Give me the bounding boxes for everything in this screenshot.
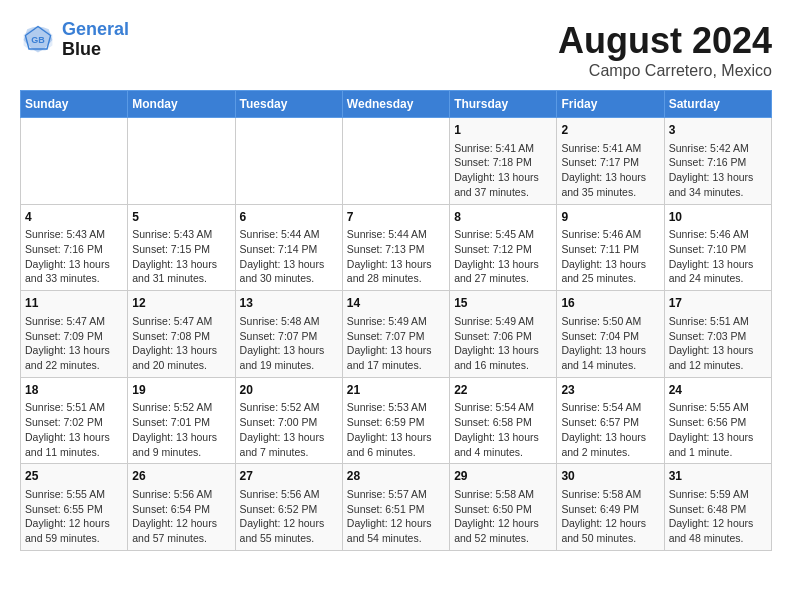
day-cell: 28Sunrise: 5:57 AM Sunset: 6:51 PM Dayli…: [342, 464, 449, 551]
day-cell: 3Sunrise: 5:42 AM Sunset: 7:16 PM Daylig…: [664, 118, 771, 205]
day-info: Sunrise: 5:46 AM Sunset: 7:11 PM Dayligh…: [561, 227, 659, 286]
week-row-4: 18Sunrise: 5:51 AM Sunset: 7:02 PM Dayli…: [21, 377, 772, 464]
day-cell: 21Sunrise: 5:53 AM Sunset: 6:59 PM Dayli…: [342, 377, 449, 464]
svg-text:GB: GB: [31, 34, 45, 44]
day-number: 30: [561, 468, 659, 485]
day-info: Sunrise: 5:47 AM Sunset: 7:08 PM Dayligh…: [132, 314, 230, 373]
column-header-thursday: Thursday: [450, 91, 557, 118]
page-subtitle: Campo Carretero, Mexico: [558, 62, 772, 80]
day-cell: 18Sunrise: 5:51 AM Sunset: 7:02 PM Dayli…: [21, 377, 128, 464]
day-cell: 25Sunrise: 5:55 AM Sunset: 6:55 PM Dayli…: [21, 464, 128, 551]
column-header-friday: Friday: [557, 91, 664, 118]
day-info: Sunrise: 5:43 AM Sunset: 7:16 PM Dayligh…: [25, 227, 123, 286]
day-cell: 11Sunrise: 5:47 AM Sunset: 7:09 PM Dayli…: [21, 291, 128, 378]
day-info: Sunrise: 5:41 AM Sunset: 7:18 PM Dayligh…: [454, 141, 552, 200]
day-number: 25: [25, 468, 123, 485]
week-row-5: 25Sunrise: 5:55 AM Sunset: 6:55 PM Dayli…: [21, 464, 772, 551]
week-row-3: 11Sunrise: 5:47 AM Sunset: 7:09 PM Dayli…: [21, 291, 772, 378]
day-cell: 27Sunrise: 5:56 AM Sunset: 6:52 PM Dayli…: [235, 464, 342, 551]
day-info: Sunrise: 5:43 AM Sunset: 7:15 PM Dayligh…: [132, 227, 230, 286]
day-info: Sunrise: 5:49 AM Sunset: 7:06 PM Dayligh…: [454, 314, 552, 373]
day-cell: 22Sunrise: 5:54 AM Sunset: 6:58 PM Dayli…: [450, 377, 557, 464]
logo-text: General Blue: [62, 20, 129, 60]
day-number: 19: [132, 382, 230, 399]
day-number: 31: [669, 468, 767, 485]
day-cell: 1Sunrise: 5:41 AM Sunset: 7:18 PM Daylig…: [450, 118, 557, 205]
column-header-sunday: Sunday: [21, 91, 128, 118]
day-cell: 30Sunrise: 5:58 AM Sunset: 6:49 PM Dayli…: [557, 464, 664, 551]
day-number: 23: [561, 382, 659, 399]
day-info: Sunrise: 5:45 AM Sunset: 7:12 PM Dayligh…: [454, 227, 552, 286]
day-info: Sunrise: 5:52 AM Sunset: 7:01 PM Dayligh…: [132, 400, 230, 459]
day-info: Sunrise: 5:55 AM Sunset: 6:56 PM Dayligh…: [669, 400, 767, 459]
day-cell: [21, 118, 128, 205]
day-cell: 5Sunrise: 5:43 AM Sunset: 7:15 PM Daylig…: [128, 204, 235, 291]
day-info: Sunrise: 5:50 AM Sunset: 7:04 PM Dayligh…: [561, 314, 659, 373]
page-header: GB General Blue August 2024 Campo Carret…: [20, 20, 772, 80]
day-number: 13: [240, 295, 338, 312]
day-info: Sunrise: 5:58 AM Sunset: 6:49 PM Dayligh…: [561, 487, 659, 546]
day-number: 7: [347, 209, 445, 226]
day-info: Sunrise: 5:46 AM Sunset: 7:10 PM Dayligh…: [669, 227, 767, 286]
day-info: Sunrise: 5:59 AM Sunset: 6:48 PM Dayligh…: [669, 487, 767, 546]
day-number: 18: [25, 382, 123, 399]
day-cell: 16Sunrise: 5:50 AM Sunset: 7:04 PM Dayli…: [557, 291, 664, 378]
day-number: 5: [132, 209, 230, 226]
day-info: Sunrise: 5:57 AM Sunset: 6:51 PM Dayligh…: [347, 487, 445, 546]
day-cell: 23Sunrise: 5:54 AM Sunset: 6:57 PM Dayli…: [557, 377, 664, 464]
day-number: 11: [25, 295, 123, 312]
day-number: 8: [454, 209, 552, 226]
day-info: Sunrise: 5:56 AM Sunset: 6:52 PM Dayligh…: [240, 487, 338, 546]
day-info: Sunrise: 5:42 AM Sunset: 7:16 PM Dayligh…: [669, 141, 767, 200]
day-number: 29: [454, 468, 552, 485]
day-info: Sunrise: 5:47 AM Sunset: 7:09 PM Dayligh…: [25, 314, 123, 373]
day-info: Sunrise: 5:58 AM Sunset: 6:50 PM Dayligh…: [454, 487, 552, 546]
day-info: Sunrise: 5:51 AM Sunset: 7:03 PM Dayligh…: [669, 314, 767, 373]
column-header-monday: Monday: [128, 91, 235, 118]
day-number: 12: [132, 295, 230, 312]
day-info: Sunrise: 5:41 AM Sunset: 7:17 PM Dayligh…: [561, 141, 659, 200]
day-cell: 15Sunrise: 5:49 AM Sunset: 7:06 PM Dayli…: [450, 291, 557, 378]
day-info: Sunrise: 5:54 AM Sunset: 6:57 PM Dayligh…: [561, 400, 659, 459]
day-info: Sunrise: 5:56 AM Sunset: 6:54 PM Dayligh…: [132, 487, 230, 546]
day-info: Sunrise: 5:53 AM Sunset: 6:59 PM Dayligh…: [347, 400, 445, 459]
day-number: 15: [454, 295, 552, 312]
day-info: Sunrise: 5:49 AM Sunset: 7:07 PM Dayligh…: [347, 314, 445, 373]
column-header-tuesday: Tuesday: [235, 91, 342, 118]
day-cell: 8Sunrise: 5:45 AM Sunset: 7:12 PM Daylig…: [450, 204, 557, 291]
logo-icon: GB: [20, 22, 56, 58]
day-cell: [128, 118, 235, 205]
week-row-1: 1Sunrise: 5:41 AM Sunset: 7:18 PM Daylig…: [21, 118, 772, 205]
day-info: Sunrise: 5:54 AM Sunset: 6:58 PM Dayligh…: [454, 400, 552, 459]
day-number: 22: [454, 382, 552, 399]
day-cell: 31Sunrise: 5:59 AM Sunset: 6:48 PM Dayli…: [664, 464, 771, 551]
day-info: Sunrise: 5:55 AM Sunset: 6:55 PM Dayligh…: [25, 487, 123, 546]
day-cell: [342, 118, 449, 205]
day-cell: 19Sunrise: 5:52 AM Sunset: 7:01 PM Dayli…: [128, 377, 235, 464]
logo: GB General Blue: [20, 20, 129, 60]
day-cell: 26Sunrise: 5:56 AM Sunset: 6:54 PM Dayli…: [128, 464, 235, 551]
day-number: 4: [25, 209, 123, 226]
day-cell: 20Sunrise: 5:52 AM Sunset: 7:00 PM Dayli…: [235, 377, 342, 464]
day-number: 14: [347, 295, 445, 312]
column-header-saturday: Saturday: [664, 91, 771, 118]
day-number: 3: [669, 122, 767, 139]
day-cell: 6Sunrise: 5:44 AM Sunset: 7:14 PM Daylig…: [235, 204, 342, 291]
page-title: August 2024: [558, 20, 772, 62]
day-number: 2: [561, 122, 659, 139]
day-cell: 24Sunrise: 5:55 AM Sunset: 6:56 PM Dayli…: [664, 377, 771, 464]
day-number: 9: [561, 209, 659, 226]
day-number: 10: [669, 209, 767, 226]
day-cell: 9Sunrise: 5:46 AM Sunset: 7:11 PM Daylig…: [557, 204, 664, 291]
day-info: Sunrise: 5:44 AM Sunset: 7:13 PM Dayligh…: [347, 227, 445, 286]
day-cell: 14Sunrise: 5:49 AM Sunset: 7:07 PM Dayli…: [342, 291, 449, 378]
day-number: 21: [347, 382, 445, 399]
calendar-table: SundayMondayTuesdayWednesdayThursdayFrid…: [20, 90, 772, 551]
title-block: August 2024 Campo Carretero, Mexico: [558, 20, 772, 80]
day-info: Sunrise: 5:52 AM Sunset: 7:00 PM Dayligh…: [240, 400, 338, 459]
day-number: 16: [561, 295, 659, 312]
day-cell: 12Sunrise: 5:47 AM Sunset: 7:08 PM Dayli…: [128, 291, 235, 378]
day-number: 17: [669, 295, 767, 312]
day-cell: 4Sunrise: 5:43 AM Sunset: 7:16 PM Daylig…: [21, 204, 128, 291]
day-cell: [235, 118, 342, 205]
